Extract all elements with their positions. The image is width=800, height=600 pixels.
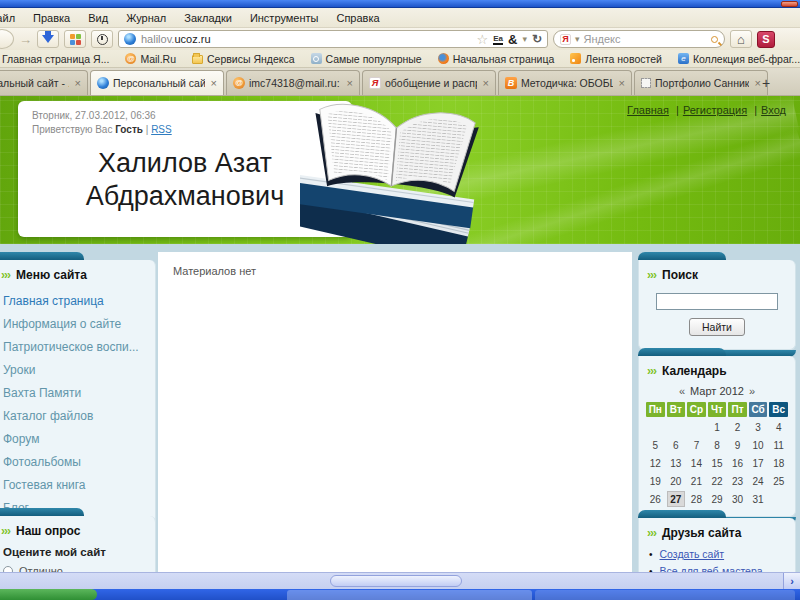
site-menu-link[interactable]: Информация о сайте	[3, 312, 147, 335]
calendar-day[interactable]: 12	[646, 455, 665, 471]
calendar-day[interactable]: 6	[667, 437, 686, 453]
calendar-day[interactable]: 18	[769, 455, 788, 471]
tab-close-icon[interactable]: ×	[209, 77, 217, 89]
tab[interactable]: B Методичка: ОБОБЩ... ×	[498, 70, 632, 95]
forward-icon[interactable]: →	[19, 32, 32, 47]
calendar-day[interactable]: 2	[728, 419, 747, 435]
poll-option[interactable]: Отлично	[0, 562, 155, 572]
calendar-day[interactable]: 7	[687, 437, 706, 453]
url-dropdown-icon[interactable]: ▾	[522, 34, 527, 44]
friend-link[interactable]: Все для веб-мастера	[660, 565, 763, 573]
tab[interactable]: Портфолио Саннико... ×	[634, 70, 768, 95]
search-engine-dropdown-icon[interactable]: ▾	[575, 34, 580, 44]
calendar-day[interactable]	[769, 491, 788, 507]
calendar-day[interactable]: 19	[646, 473, 665, 489]
tab[interactable]: Я обобщение и распро... ×	[362, 70, 496, 95]
menu-item[interactable]: Правка	[24, 12, 79, 24]
window-close-icon[interactable]	[781, 1, 798, 7]
horizontal-scrollbar[interactable]: ›	[0, 572, 800, 589]
site-search-input[interactable]	[656, 293, 778, 310]
calendar-day[interactable]	[667, 419, 686, 435]
site-search-button[interactable]: Найти	[689, 318, 745, 336]
menu-item[interactable]: Инструменты	[241, 12, 328, 24]
calendar-day[interactable]: 1	[708, 419, 727, 435]
calendar-day[interactable]: 10	[749, 437, 768, 453]
calendar-day[interactable]: 28	[687, 491, 706, 507]
back-button[interactable]	[0, 29, 14, 49]
topnav-link[interactable]: Вход	[761, 104, 786, 116]
bookmark-item[interactable]: Сервисы Яндекса	[192, 53, 295, 65]
calendar-day[interactable]: 27	[667, 491, 686, 507]
download-button[interactable]	[37, 30, 59, 48]
web-search-bar[interactable]: Я ▾ Яндекс	[553, 30, 725, 48]
bookmark-item[interactable]: Самые популярные	[311, 53, 422, 65]
calendar-day[interactable]: 25	[769, 473, 788, 489]
calendar-prev-icon[interactable]: «	[674, 385, 690, 397]
taskbar-button[interactable]	[535, 590, 795, 600]
calendar-day[interactable]	[687, 419, 706, 435]
menu-item[interactable]: Журнал	[117, 12, 175, 24]
extension-amp-icon[interactable]: &	[508, 32, 517, 47]
search-icon[interactable]	[711, 36, 718, 43]
site-menu-link[interactable]: Главная страница	[3, 289, 147, 312]
calendar-day[interactable]: 16	[728, 455, 747, 471]
speed-dial-button[interactable]	[64, 30, 86, 48]
tab-close-icon[interactable]: ×	[617, 77, 625, 89]
calendar-day[interactable]	[646, 419, 665, 435]
site-menu-link[interactable]: Вахта Памяти	[3, 381, 147, 404]
taskbar-button[interactable]	[287, 590, 532, 600]
tab-close-icon[interactable]: ×	[73, 77, 81, 89]
site-menu-link[interactable]: Уроки	[3, 358, 147, 381]
calendar-day[interactable]: 24	[749, 473, 768, 489]
reload-icon[interactable]: ↻	[532, 32, 542, 46]
calendar-day[interactable]: 26	[646, 491, 665, 507]
new-tab-button[interactable]: +	[754, 72, 778, 94]
site-menu-link[interactable]: Гостевая книга	[3, 473, 147, 496]
menu-item[interactable]: Файл	[0, 12, 24, 24]
calendar-day[interactable]: 23	[728, 473, 747, 489]
bookmark-item[interactable]: @ Mail.Ru	[125, 53, 176, 65]
home-button[interactable]: ⌂	[730, 30, 752, 48]
bookmark-item[interactable]: Лента новостей	[570, 53, 662, 65]
calendar-day[interactable]: 3	[749, 419, 768, 435]
calendar-next-icon[interactable]: »	[744, 385, 760, 397]
calendar-day[interactable]: 5	[646, 437, 665, 453]
tab[interactable]: @ imc74318@mail.ru: ре... ×	[226, 70, 360, 95]
calendar-day[interactable]: 17	[749, 455, 768, 471]
calendar-day[interactable]: 13	[667, 455, 686, 471]
bookmark-item[interactable]: Начальная страница	[438, 53, 555, 65]
calendar-day[interactable]: 22	[708, 473, 727, 489]
menu-item[interactable]: Вид	[79, 12, 117, 24]
friend-link[interactable]: Создать сайт	[660, 548, 725, 560]
calendar-day[interactable]: 15	[708, 455, 727, 471]
tab-close-icon[interactable]: ×	[345, 77, 353, 89]
calendar-day[interactable]: 11	[769, 437, 788, 453]
calendar-day[interactable]: 14	[687, 455, 706, 471]
bookmark-item[interactable]: Я Главная страница Я...	[0, 53, 109, 65]
rss-link[interactable]: RSS	[151, 124, 172, 135]
topnav-link[interactable]: Регистрация	[683, 104, 747, 116]
calendar-day[interactable]: 20	[667, 473, 686, 489]
site-menu-link[interactable]: Каталог файлов	[3, 404, 147, 427]
menu-item[interactable]: Справка	[327, 12, 388, 24]
calendar-day[interactable]: 9	[728, 437, 747, 453]
bookmark-star-icon[interactable]: ☆	[477, 32, 489, 47]
tab-close-icon[interactable]: ×	[481, 77, 489, 89]
bookmark-item[interactable]: e Коллекция веб-фраг...	[678, 53, 800, 65]
history-button[interactable]	[91, 30, 113, 48]
site-menu-link[interactable]: Патриотическое воспи...	[3, 335, 147, 358]
tab[interactable]: Персональный сайт - ... ×	[0, 70, 88, 95]
start-button[interactable]	[0, 589, 97, 600]
topnav-link[interactable]: Главная	[627, 104, 669, 116]
tab[interactable]: Персональный сайт - ... ×	[90, 70, 224, 95]
calendar-day[interactable]: 29	[708, 491, 727, 507]
calendar-day[interactable]: 4	[769, 419, 788, 435]
translate-icon[interactable]: Ea	[493, 34, 503, 45]
scrollbar-thumb[interactable]	[330, 575, 462, 587]
menu-item[interactable]: Закладки	[175, 12, 241, 24]
calendar-day[interactable]: 30	[728, 491, 747, 507]
site-menu-link[interactable]: Фотоальбомы	[3, 450, 147, 473]
calendar-day[interactable]: 8	[708, 437, 727, 453]
site-menu-link[interactable]: Форум	[3, 427, 147, 450]
skype-extension-icon[interactable]: S	[757, 31, 775, 48]
